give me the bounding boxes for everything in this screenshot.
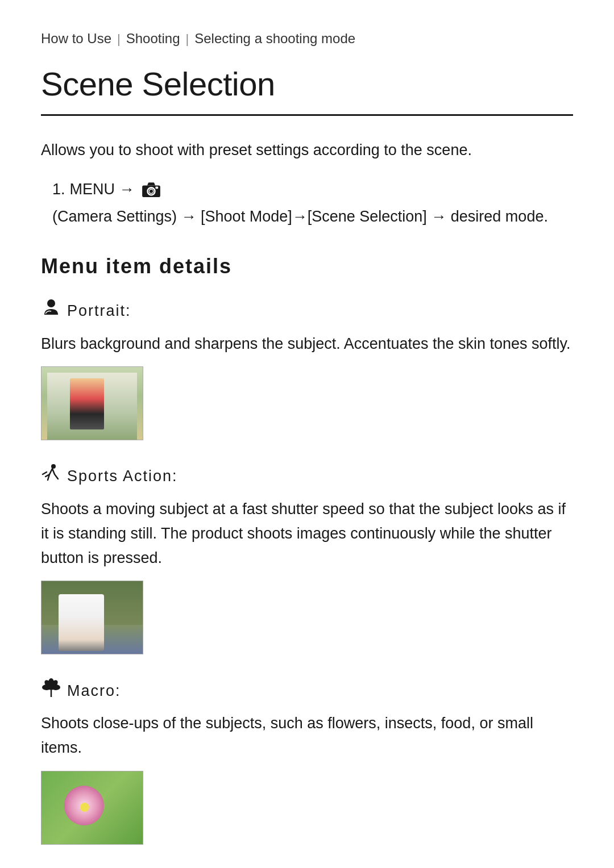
breadcrumb-part1: How to Use [41,28,111,49]
intro-text: Allows you to shoot with preset settings… [41,139,573,162]
mode-image-0 [41,366,143,440]
instruction-camera-label: (Camera Settings) → [Shoot Mode]→[Scene … [52,205,548,228]
svg-line-6 [43,472,47,474]
mode-header-1: Sports Action: [41,463,573,490]
sports-action-icon [41,463,61,490]
breadcrumb-part3: Selecting a shooting mode [194,28,355,49]
mode-macro: Macro: Shoots close-ups of the subjects,… [41,677,573,844]
instruction-step: 1. MENU → (Camera Settings) → [Shoot Mod… [52,178,573,228]
mode-desc-0: Blurs background and sharpens the subjec… [41,332,573,356]
mode-sports-action: Sports Action: Shoots a moving subject a… [41,463,573,655]
macro-icon [41,677,61,704]
svg-point-5 [51,464,56,469]
mode-desc-1: Shoots a moving subject at a fast shutte… [41,497,573,571]
svg-rect-3 [155,187,158,189]
portrait-icon [41,298,61,325]
mode-desc-2: Shoots close-ups of the subjects, such a… [41,711,573,760]
modes-list: Portrait: Blurs background and sharpens … [41,298,573,869]
mode-image-2 [41,771,143,845]
mode-name-1: Sports Action: [67,465,178,488]
breadcrumb: How to Use | Shooting | Selecting a shoo… [41,28,573,49]
breadcrumb-sep2: | [186,30,189,48]
instruction-text1: MENU → [70,178,135,201]
breadcrumb-part2: Shooting [126,28,180,49]
title-divider [41,114,573,116]
mode-header-2: Macro: [41,677,573,704]
svg-point-4 [47,299,55,307]
mode-portrait: Portrait: Blurs background and sharpens … [41,298,573,440]
camera-settings-icon [139,178,163,201]
mode-name-0: Portrait: [67,299,131,323]
mode-header-0: Portrait: [41,298,573,325]
mode-image-1 [41,581,143,654]
step-number: 1. [52,178,65,201]
menu-section-title: Menu item details [41,251,573,282]
breadcrumb-sep1: | [117,30,121,48]
page-title: Scene Selection [41,59,573,108]
svg-point-12 [48,685,54,690]
mode-name-2: Macro: [67,679,121,703]
